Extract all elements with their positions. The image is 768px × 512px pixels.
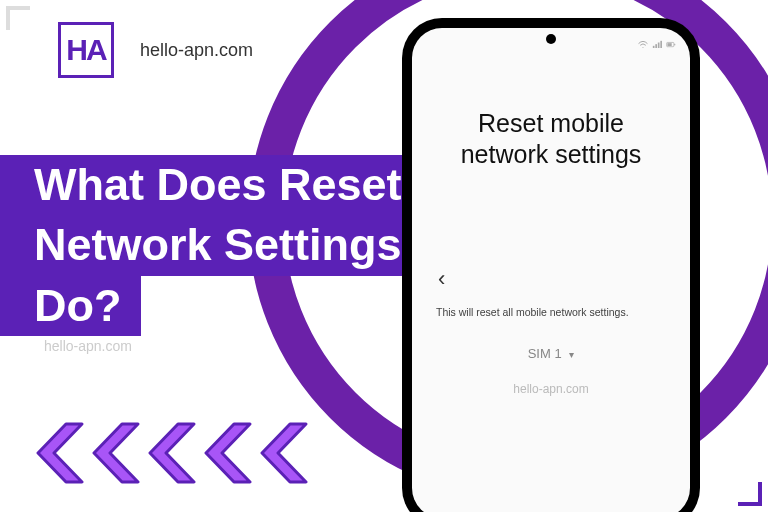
site-name-top: hello-apn.com xyxy=(140,40,253,61)
svg-rect-5 xyxy=(674,44,675,45)
screen-description: This will reset all mobile network setti… xyxy=(436,306,666,318)
chevron-left-icon xyxy=(146,422,196,484)
phone-screen: Reset mobile network settings ‹ This wil… xyxy=(412,28,690,512)
headline-line-3: Do? xyxy=(0,276,141,336)
svg-rect-0 xyxy=(653,46,655,48)
wifi-icon xyxy=(638,39,648,47)
sim-label: SIM 1 xyxy=(528,346,562,361)
battery-icon xyxy=(666,39,676,47)
headline-block: What Does Reset Network Settings Do? xyxy=(0,155,422,336)
corner-bracket-top-left xyxy=(6,6,30,30)
phone-mockup: Reset mobile network settings ‹ This wil… xyxy=(402,18,700,512)
chevron-left-icon: ‹ xyxy=(438,266,445,291)
signal-icon xyxy=(652,39,662,47)
chevron-row xyxy=(34,422,308,484)
brand-logo: HA xyxy=(58,22,114,78)
sim-selector[interactable]: SIM 1 ▾ xyxy=(412,346,690,361)
screen-title: Reset mobile network settings xyxy=(436,108,666,171)
chevron-left-icon xyxy=(202,422,252,484)
back-button[interactable]: ‹ xyxy=(438,266,445,292)
chevron-left-icon xyxy=(34,422,84,484)
svg-rect-6 xyxy=(667,43,671,46)
corner-bracket-bottom-right xyxy=(738,482,762,506)
chevron-down-icon: ▾ xyxy=(569,349,574,360)
svg-rect-2 xyxy=(658,42,660,48)
thumbnail-canvas: HA hello-apn.com What Does Reset Network… xyxy=(0,0,768,512)
statusbar xyxy=(412,34,690,52)
statusbar-icons xyxy=(638,39,676,47)
chevron-left-icon xyxy=(258,422,308,484)
watermark-left: hello-apn.com xyxy=(44,338,132,354)
watermark-screen: hello-apn.com xyxy=(412,382,690,396)
screen-content: Reset mobile network settings xyxy=(412,78,690,171)
brand-logo-text: HA xyxy=(66,33,105,67)
headline-line-1: What Does Reset xyxy=(0,155,422,215)
svg-rect-3 xyxy=(660,41,662,48)
chevron-left-icon xyxy=(90,422,140,484)
svg-rect-1 xyxy=(655,44,657,48)
headline-line-2: Network Settings xyxy=(0,215,422,275)
